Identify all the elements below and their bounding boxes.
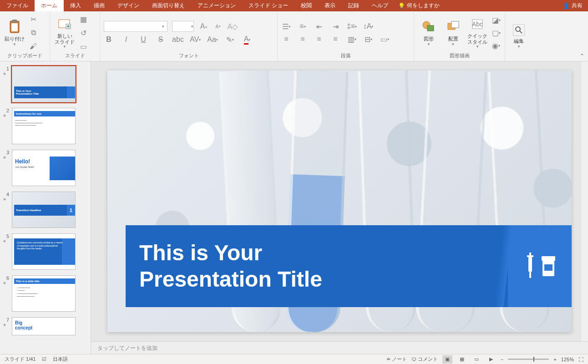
reading-view-button[interactable]: ▭ bbox=[471, 355, 482, 364]
change-case-button[interactable]: Aa▾ bbox=[208, 35, 218, 45]
thumb-slide[interactable]: Quotations are commonly printed as a mea… bbox=[12, 233, 76, 270]
highlight-button[interactable]: ✎▾ bbox=[225, 35, 235, 45]
layout-button[interactable]: ▦ bbox=[78, 14, 88, 24]
copy-button[interactable]: ⧉ bbox=[28, 28, 38, 38]
tab-help[interactable]: ヘルプ bbox=[365, 0, 395, 11]
comments-button[interactable]: 🗨コメント bbox=[411, 356, 438, 363]
bold-button[interactable]: B bbox=[104, 35, 114, 45]
justify-button[interactable]: ≡ bbox=[330, 34, 340, 44]
reset-button[interactable]: ↺ bbox=[78, 28, 88, 38]
zoom-out-button[interactable]: − bbox=[501, 357, 503, 362]
shape-outline-button[interactable]: ▢▾ bbox=[491, 28, 501, 38]
thumb-number: 7 bbox=[3, 317, 9, 323]
chevron-down-icon: ▼ bbox=[13, 42, 16, 46]
smartart-button[interactable]: ▭▾ bbox=[380, 34, 390, 44]
align-center-button[interactable]: ≡ bbox=[298, 34, 308, 44]
thumb-slide[interactable]: Instructions for use ━━━━━━ ━━━━━━━━━━━━… bbox=[12, 108, 76, 144]
italic-button[interactable]: I bbox=[121, 35, 131, 45]
shape-effects-button[interactable]: ◉▾ bbox=[491, 40, 501, 51]
increase-font-button[interactable]: A▴ bbox=[198, 21, 208, 31]
spacing-button[interactable]: AV▾ bbox=[190, 35, 200, 45]
sorter-view-button[interactable]: ▦ bbox=[457, 355, 467, 364]
slideshow-view-button[interactable]: ▶ bbox=[486, 355, 496, 364]
decrease-indent-button[interactable]: ⇤ bbox=[314, 21, 324, 31]
status-slide-counter[interactable]: スライド 1/41 bbox=[5, 356, 35, 363]
line-spacing-button[interactable]: ‡≡▾ bbox=[347, 21, 357, 31]
clear-format-button[interactable]: A◇ bbox=[228, 21, 238, 31]
tab-record[interactable]: 記録 bbox=[342, 0, 365, 11]
tab-view[interactable]: 表示 bbox=[318, 0, 342, 11]
tab-file[interactable]: ファイル bbox=[0, 0, 35, 11]
vertical-scrollbar[interactable] bbox=[581, 61, 588, 341]
zoom-in-button[interactable]: + bbox=[553, 357, 556, 362]
strike-button[interactable]: S bbox=[156, 35, 166, 45]
arrange-label: 配置 bbox=[448, 35, 458, 42]
thumb-slide[interactable]: Big concept bbox=[12, 317, 76, 335]
slides-group-label: スライド bbox=[54, 52, 96, 60]
bullets-button[interactable]: ☰▾ bbox=[281, 21, 291, 31]
ribbon-group-clipboard: 貼り付け ▼ ✂ ⧉ 🖌 クリップボード bbox=[0, 11, 50, 61]
shape-fill-button[interactable]: ◪▾ bbox=[491, 15, 501, 25]
tab-slideshow[interactable]: スライド ショー bbox=[242, 0, 294, 11]
thumb-slide[interactable]: This is a slide title • ━━━━━━━━━━━━━• ━… bbox=[12, 275, 76, 312]
quick-styles-icon: Abc bbox=[470, 17, 485, 31]
slide-thumbnail-panel[interactable]: 1★ This is Your Presentation Title 2★ In… bbox=[0, 61, 91, 354]
format-painter-button[interactable]: 🖌 bbox=[28, 41, 38, 51]
numbering-button[interactable]: ≡▾ bbox=[298, 21, 308, 31]
share-button[interactable]: 👤 共有 bbox=[563, 2, 583, 10]
arrange-button[interactable]: 配置 ▼ bbox=[442, 16, 464, 49]
tab-insert[interactable]: 挿入 bbox=[64, 0, 87, 11]
thumbnail-5[interactable]: 5★ Quotations are commonly printed as a … bbox=[3, 233, 88, 270]
tab-transitions[interactable]: 画面切り替え bbox=[146, 0, 191, 11]
collapse-ribbon-button[interactable]: ⌃ bbox=[580, 53, 584, 59]
section-button[interactable]: ▭ bbox=[78, 41, 88, 51]
tab-home[interactable]: ホーム bbox=[35, 0, 64, 11]
thumbnail-2[interactable]: 2★ Instructions for use ━━━━━━ ━━━━━━━━━… bbox=[3, 108, 88, 144]
thumbnail-1[interactable]: 1★ This is Your Presentation Title bbox=[3, 66, 88, 102]
increase-indent-button[interactable]: ⇥ bbox=[330, 21, 340, 31]
tell-me-search[interactable]: 💡 何をしますか bbox=[398, 2, 440, 10]
new-slide-button[interactable]: 新しい スライド ▼ bbox=[54, 16, 76, 49]
font-family-select[interactable]: ▾ bbox=[104, 21, 167, 32]
normal-view-icon: ▣ bbox=[445, 356, 450, 362]
align-text-button[interactable]: ⊟▾ bbox=[363, 34, 373, 44]
tab-animations[interactable]: アニメーション bbox=[191, 0, 242, 11]
tab-design[interactable]: デザイン bbox=[111, 0, 146, 11]
columns-button[interactable]: ▥▾ bbox=[347, 34, 357, 44]
thumbnail-6[interactable]: 6★ This is a slide title • ━━━━━━━━━━━━━… bbox=[3, 275, 88, 312]
text-direction-button[interactable]: ↕A▾ bbox=[363, 21, 373, 31]
slide-title-text[interactable]: This is Your Presentation Title bbox=[139, 240, 322, 292]
underline-button[interactable]: U bbox=[138, 35, 148, 45]
zoom-value[interactable]: 125% bbox=[561, 357, 574, 362]
zoom-slider[interactable] bbox=[508, 359, 549, 360]
status-language[interactable]: 日本語 bbox=[53, 356, 68, 363]
thumbnail-3[interactable]: 3★ Hello! I am Jayden Smith bbox=[3, 150, 88, 186]
quick-styles-button[interactable]: Abc クイック スタイル ▼ bbox=[466, 16, 488, 49]
fit-window-button[interactable]: ⛶ bbox=[578, 357, 583, 362]
slide[interactable]: This is Your Presentation Title bbox=[107, 71, 572, 332]
notes-pane[interactable]: タップしてノートを追加 bbox=[91, 341, 588, 354]
notes-button[interactable]: ≐ノート bbox=[386, 356, 407, 363]
thumb-slide[interactable]: Transition Headline1 bbox=[12, 192, 76, 228]
normal-view-button[interactable]: ▣ bbox=[442, 355, 452, 364]
status-spellcheck-icon[interactable]: ☑ bbox=[42, 356, 46, 362]
thumb-slide[interactable]: This is Your Presentation Title bbox=[12, 66, 76, 102]
thumbnail-7[interactable]: 7★ Big concept bbox=[3, 317, 88, 335]
font-color-button[interactable]: A▾ bbox=[242, 35, 252, 45]
cut-button[interactable]: ✂ bbox=[28, 14, 38, 24]
tab-draw[interactable]: 描画 bbox=[87, 0, 111, 11]
paste-button[interactable]: 貼り付け ▼ bbox=[4, 16, 25, 49]
title-banner[interactable]: This is Your Presentation Title bbox=[126, 225, 572, 307]
decrease-font-button[interactable]: A▾ bbox=[213, 21, 223, 31]
thumb-transition-icon: ★ bbox=[3, 71, 9, 76]
font-size-select[interactable]: ▾ bbox=[172, 21, 194, 32]
editing-button[interactable]: 編集 ▼ bbox=[509, 20, 529, 53]
align-left-button[interactable]: ≡ bbox=[281, 34, 291, 44]
thumbnail-4[interactable]: 4★ Transition Headline1 bbox=[3, 192, 88, 228]
align-right-button[interactable]: ≡ bbox=[314, 34, 324, 44]
tab-review[interactable]: 校閲 bbox=[294, 0, 318, 11]
slide-canvas[interactable]: This is Your Presentation Title bbox=[91, 61, 588, 341]
shadow-button[interactable]: abc bbox=[173, 35, 183, 45]
shapes-button[interactable]: 図形 ▼ bbox=[418, 16, 440, 49]
thumb-slide[interactable]: Hello! I am Jayden Smith bbox=[12, 150, 76, 186]
